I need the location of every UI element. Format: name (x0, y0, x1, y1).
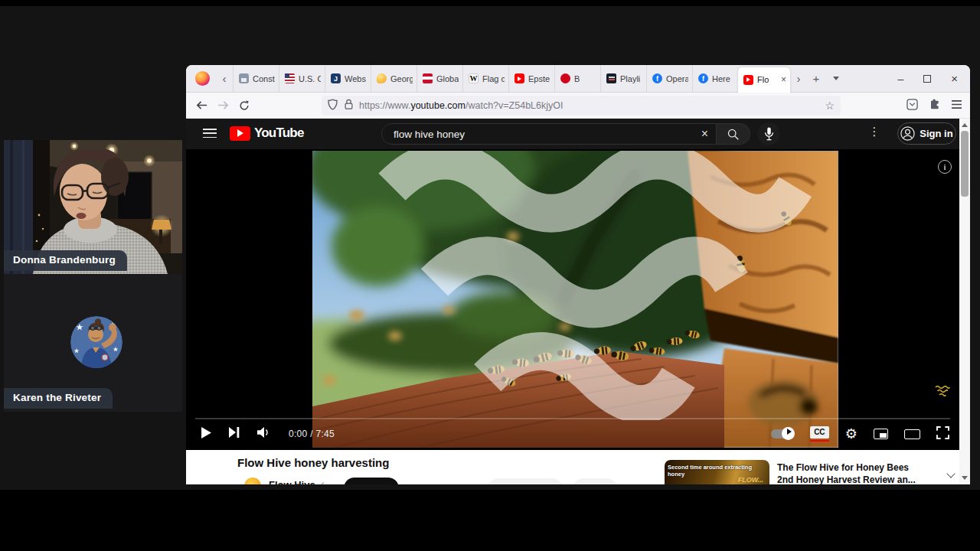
menu-hamburger-icon[interactable] (951, 99, 962, 112)
video-title: Flow Hive honey harvesting (237, 456, 389, 469)
lock-icon[interactable] (345, 99, 353, 112)
fullscreen-button[interactable] (936, 426, 949, 442)
sign-in-button[interactable]: Sign in (897, 122, 956, 145)
drop-icon (377, 73, 387, 83)
participant-name-label: Donna Brandenburg (4, 250, 127, 271)
extensions-puzzle-icon[interactable] (929, 99, 940, 113)
youtube-play-icon (230, 126, 250, 141)
tab-here[interactable]: f Here (692, 65, 738, 93)
tab-constitution[interactable]: Const (233, 65, 279, 93)
scroll-tabs-right-button[interactable]: › (790, 72, 807, 85)
youtube-masthead: YouTube × ⋮ Sign in (186, 119, 959, 149)
playlist-icon (606, 73, 616, 83)
captions-button[interactable]: CC (810, 426, 829, 442)
page-scrollbar[interactable] (959, 119, 970, 484)
guide-hamburger-icon[interactable] (203, 129, 217, 141)
scrollbar-thumb[interactable] (961, 131, 969, 197)
j-letter-icon: J (331, 73, 341, 83)
new-tab-button[interactable]: + (807, 72, 825, 85)
subscribe-button[interactable] (344, 478, 399, 484)
striped-flag-icon (423, 73, 433, 83)
clear-search-icon[interactable]: × (701, 127, 716, 141)
tab-website[interactable]: J Webs (325, 65, 371, 93)
building-icon (239, 73, 249, 83)
like-dislike-pill[interactable] (488, 478, 563, 484)
settings-gear-icon[interactable]: ⚙ (845, 427, 858, 441)
channel-name[interactable]: Flow Hive ✓ (269, 479, 325, 484)
youtube-icon (743, 75, 753, 85)
search-button[interactable] (717, 123, 750, 145)
channel-avatar[interactable] (244, 478, 261, 484)
verified-check-icon: ✓ (318, 480, 325, 484)
tab-playlist[interactable]: Playli (600, 65, 646, 93)
close-window-button[interactable]: × (951, 72, 958, 85)
participant-name-label: Karen the Riveter (4, 388, 113, 409)
list-tabs-icon[interactable] (833, 77, 839, 80)
url-bar[interactable]: https://www.youtube.com/watch?v=Z54bL6kj… (322, 96, 841, 116)
captions-active-indicator (810, 440, 829, 442)
restore-button[interactable] (923, 75, 931, 83)
browser-window: ‹ Const U.S. C J Webs Georg Globa W Flag… (186, 65, 970, 484)
info-icon[interactable]: i (938, 160, 952, 174)
video-frame[interactable]: FLOW (312, 151, 838, 448)
search-box[interactable]: × (381, 123, 717, 145)
forward-button[interactable] (212, 96, 234, 116)
minimize-button[interactable]: – (897, 73, 903, 85)
shield-icon[interactable] (328, 99, 338, 113)
watch-page-content: Flow Hive honey harvesting Flow Hive ✓ S… (186, 450, 959, 484)
back-button[interactable] (191, 96, 212, 116)
avatar (70, 316, 122, 368)
flow-wave-icon (320, 151, 838, 420)
participant-video-karen: Karen the Riveter (4, 274, 182, 412)
wikipedia-icon: W (469, 73, 479, 83)
search-input[interactable] (382, 129, 673, 140)
theater-mode-button[interactable] (904, 429, 920, 439)
browser-tab-strip: ‹ Const U.S. C J Webs Georg Globa W Flag… (186, 65, 970, 93)
flow-video-watermark: FLOW (320, 151, 838, 420)
tab-close-icon[interactable]: × (781, 75, 786, 84)
youtube-logo[interactable]: YouTube (230, 126, 304, 141)
facebook-icon: f (698, 73, 708, 83)
autoplay-toggle[interactable] (771, 429, 794, 439)
channel-watermark-icon[interactable] (935, 385, 950, 400)
play-button[interactable] (201, 427, 211, 442)
kebab-menu-icon[interactable]: ⋮ (867, 125, 881, 139)
participant-video-donna: Donna Brandenburg (4, 140, 182, 274)
youtube-icon (514, 73, 524, 83)
browser-nav-bar: https://www.youtube.com/watch?v=Z54bL6kj… (186, 93, 970, 119)
suggested-video-thumbnail[interactable]: Second time around extracting honey FLOW… (665, 460, 769, 484)
tab-b[interactable]: B (554, 65, 600, 93)
time-display: 0:00 / 7:45 (289, 429, 335, 439)
next-button[interactable] (229, 427, 240, 441)
tab-flag-of[interactable]: W Flag o (462, 65, 508, 93)
tab-epstein[interactable]: Epste (508, 65, 554, 93)
scroll-tabs-left-button[interactable]: ‹ (216, 72, 233, 85)
voice-search-mic-icon[interactable] (757, 122, 780, 145)
reload-button[interactable] (234, 96, 255, 116)
miniplayer-button[interactable] (874, 429, 888, 439)
tab-global[interactable]: Globa (416, 65, 462, 93)
volume-icon[interactable] (257, 427, 271, 441)
window-controls: – × (897, 72, 970, 85)
chevron-down-icon[interactable] (946, 469, 955, 478)
pocket-icon[interactable] (906, 99, 918, 113)
bookmark-star-icon[interactable]: ☆ (825, 99, 835, 112)
tab-george[interactable]: Georg (371, 65, 416, 93)
suggested-video-title[interactable]: The Flow Hive for Honey Bees 2nd Honey H… (777, 461, 942, 484)
tab-opera[interactable]: f Opera (646, 65, 692, 93)
toolbar-right (906, 96, 965, 116)
tab-us-c[interactable]: U.S. C (279, 65, 325, 93)
person-icon (900, 126, 915, 141)
url-text: https://www.youtube.com/watch?v=Z54bL6kj… (359, 100, 563, 111)
red-circle-icon (560, 73, 570, 83)
player-controls: 0:00 / 7:45 CC ⚙ (186, 419, 959, 448)
video-player[interactable]: FLOW i 0:00 / 7:45 (186, 149, 959, 450)
firefox-icon[interactable] (195, 71, 210, 86)
facebook-icon: f (652, 73, 662, 83)
scrollbar-down-arrow[interactable] (962, 476, 968, 480)
share-pill[interactable] (573, 478, 617, 484)
scrollbar-up-arrow[interactable] (962, 123, 968, 127)
tab-flow-hive-active[interactable]: Flo × (738, 67, 790, 93)
us-flag-icon (285, 73, 295, 83)
